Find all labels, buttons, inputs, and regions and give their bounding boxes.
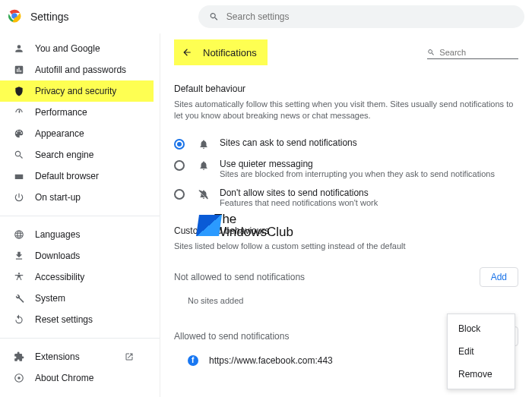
search-icon [209,11,219,22]
menu-block[interactable]: Block [448,317,515,340]
back-button[interactable] [177,43,197,62]
sidebar-item-label: On start-up [35,192,81,203]
facebook-icon [188,355,198,366]
shield-icon [14,86,24,96]
add-not-allowed-button[interactable]: Add [480,267,518,287]
chrome-icon [14,373,24,383]
open-external-icon [125,352,134,361]
radio-option-ask[interactable]: Sites can ask to send notifications [174,133,518,154]
sidebar-item-label: Languages [35,229,80,240]
section-description: Sites listed below follow a custom setti… [174,241,518,252]
sidebar-item-label: Privacy and security [35,86,116,96]
sidebar-item-default-browser[interactable]: Default browser [0,165,154,187]
radio-label: Use quieter messaging [220,159,495,169]
globe-icon [14,229,24,240]
page-title: Notifications [203,47,257,58]
radio-input[interactable] [174,139,185,150]
sidebar-item-privacy-security[interactable]: Privacy and security [0,80,154,102]
site-context-menu: Block Edit Remove [447,314,515,389]
global-search-input[interactable] [226,11,514,22]
accessibility-icon [14,272,24,282]
page-search[interactable] [427,46,518,59]
palette-icon [14,128,24,139]
bell-off-icon [198,189,209,200]
not-allowed-row: Not allowed to send notifications Add [174,263,518,291]
extension-icon [14,351,24,362]
radio-option-quieter[interactable]: Use quieter messaging Sites are blocked … [174,154,518,183]
section-title: Customised behaviours [174,225,518,236]
sidebar-item-label: Reset settings [35,314,93,325]
sidebar-item-label: Autofill and passwords [35,65,126,75]
sidebar-item-label: System [35,293,65,304]
page-search-input[interactable] [439,48,518,57]
sidebar-item-about[interactable]: About Chrome [0,367,154,389]
site-url: https://www.facebook.com:443 [209,355,333,366]
sidebar: You and Google Autofill and passwords Pr… [0,33,160,397]
sidebar-item-label: Accessibility [35,272,84,282]
sidebar-item-label: Extensions [35,351,80,362]
menu-edit[interactable]: Edit [448,340,515,363]
section-description: Sites automatically follow this setting … [174,99,518,122]
not-allowed-label: Not allowed to send notifications [174,272,305,282]
menu-remove[interactable]: Remove [448,363,515,386]
main-content: Notifications Default behaviour Sites au… [160,33,532,397]
sidebar-item-label: Performance [35,107,87,118]
arrow-left-icon [182,47,192,58]
sidebar-item-accessibility[interactable]: Accessibility [0,266,154,288]
sidebar-item-autofill[interactable]: Autofill and passwords [0,59,154,80]
sidebar-item-label: Downloads [35,250,80,261]
browser-icon [14,171,24,181]
sidebar-item-label: You and Google [35,43,100,54]
sidebar-item-label: Default browser [35,171,99,181]
radio-sublabel: Sites are blocked from interrupting you … [220,169,495,178]
autofill-icon [14,65,24,75]
sidebar-item-label: About Chrome [35,373,93,383]
search-icon [427,48,435,57]
sidebar-item-you-and-google[interactable]: You and Google [0,38,154,59]
wrench-icon [14,293,24,304]
radio-sublabel: Features that need notifications won't w… [220,198,378,207]
sidebar-item-system[interactable]: System [0,288,154,309]
speedometer-icon [14,107,24,118]
global-search[interactable] [198,5,524,28]
person-icon [14,43,24,54]
power-icon [14,192,24,203]
app-header: Settings [0,0,532,33]
sidebar-item-label: Search engine [35,150,93,160]
allowed-label: Allowed to send notifications [174,331,289,342]
page-title-block: Notifications [174,39,268,65]
radio-label: Don't allow sites to send notifications [220,187,378,198]
radio-input[interactable] [174,189,185,200]
sidebar-item-extensions[interactable]: Extensions [0,346,154,367]
no-sites-message: No sites added [174,291,518,310]
sidebar-item-appearance[interactable]: Appearance [0,123,154,144]
sidebar-item-startup[interactable]: On start-up [0,187,154,208]
download-icon [14,250,24,261]
section-title: Default behaviour [174,83,518,94]
sidebar-item-reset[interactable]: Reset settings [0,309,154,330]
sidebar-item-languages[interactable]: Languages [0,224,154,245]
bell-icon [198,139,209,150]
sidebar-item-downloads[interactable]: Downloads [0,245,154,266]
chrome-logo-icon [8,9,30,25]
search-icon [14,150,24,160]
reset-icon [14,314,24,325]
sidebar-item-label: Appearance [35,128,84,139]
bell-icon [198,160,209,171]
radio-label: Sites can ask to send notifications [220,137,357,148]
sidebar-item-performance[interactable]: Performance [0,102,154,123]
header-title: Settings [30,11,69,23]
radio-input[interactable] [174,160,185,171]
radio-option-dont-allow[interactable]: Don't allow sites to send notifications … [174,183,518,212]
sidebar-item-search-engine[interactable]: Search engine [0,144,154,165]
svg-point-3 [17,377,21,380]
default-behaviour-section: Default behaviour Sites automatically fo… [174,83,518,212]
